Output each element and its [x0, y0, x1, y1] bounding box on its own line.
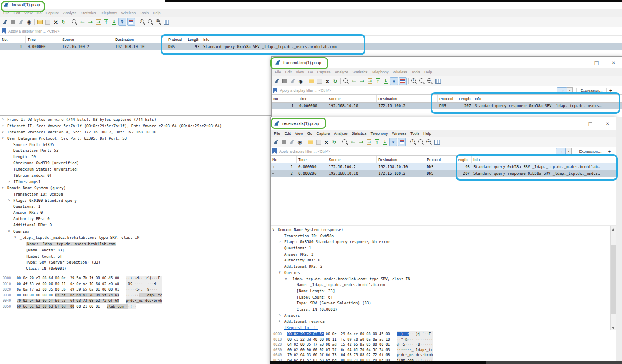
- resize-columns-icon[interactable]: [163, 18, 170, 25]
- zoom-in-icon[interactable]: [410, 138, 417, 146]
- menu-item-telephony[interactable]: Telephony: [98, 11, 119, 15]
- collapse-arrow-icon[interactable]: ∨: [8, 228, 10, 235]
- auto-scroll-icon[interactable]: [390, 77, 398, 85]
- go-to-packet-icon[interactable]: [365, 138, 373, 146]
- filter-input[interactable]: Apply a display filter ... <Ctrl-/>: [8, 29, 60, 33]
- tree-item[interactable]: >Flags: 0x8580 Standard query response, …: [271, 239, 616, 245]
- auto-scroll-icon[interactable]: [118, 18, 126, 26]
- expand-arrow-icon[interactable]: >: [2, 117, 4, 123]
- menu-item-analyze[interactable]: Analyze: [61, 11, 78, 15]
- close-file-icon[interactable]: [324, 78, 331, 85]
- packet-row[interactable]: 10.000000192.168.10.10172.16.100.2DNS207…: [272, 103, 622, 109]
- find-packet-icon[interactable]: [342, 78, 350, 85]
- hex-row[interactable]: 001000 c1 22 dd 40 00 80 11 fc 89 c0 a8 …: [271, 337, 616, 342]
- column-header-length[interactable]: Length: [454, 156, 472, 163]
- menu-item-help[interactable]: Help: [422, 70, 434, 74]
- zoom-original-icon[interactable]: [155, 18, 162, 25]
- zoom-out-icon[interactable]: [418, 138, 425, 146]
- expression-button[interactable]: Expression…: [576, 88, 603, 93]
- hex-row[interactable]: 002064 02 00 35 f7 a3 00 ad 15 42 b5 8a …: [271, 342, 616, 347]
- collapse-arrow-icon[interactable]: ∨: [285, 276, 287, 282]
- menu-item-telephony[interactable]: Telephony: [368, 131, 390, 136]
- column-header-destination[interactable]: Destination: [377, 156, 425, 163]
- menu-item-file[interactable]: File: [272, 131, 282, 136]
- menu-item-edit[interactable]: Edit: [283, 70, 294, 74]
- column-header-info[interactable]: Info: [473, 95, 622, 102]
- apply-filter-button[interactable]: →: [556, 148, 566, 155]
- apply-filter-button[interactable]: →: [557, 87, 567, 94]
- shark-fin-icon[interactable]: [2, 18, 9, 25]
- menu-item-capture[interactable]: Capture: [314, 131, 332, 136]
- close-button[interactable]: ×: [604, 121, 610, 126]
- reload-file-icon[interactable]: [331, 138, 338, 146]
- column-header-source[interactable]: Source: [60, 36, 113, 43]
- go-back-icon[interactable]: [350, 138, 357, 146]
- zoom-in-icon[interactable]: [410, 78, 418, 85]
- column-header-source[interactable]: Source: [327, 156, 377, 163]
- go-to-packet-icon[interactable]: [366, 78, 373, 85]
- menu-item-analyze[interactable]: Analyze: [332, 131, 349, 136]
- capture-options-icon[interactable]: [296, 138, 303, 146]
- shark-fin-icon[interactable]: [272, 138, 280, 146]
- go-forward-icon[interactable]: [358, 138, 365, 146]
- tree-item[interactable]: Class: IN (0x0001): [271, 306, 616, 313]
- menu-item-file[interactable]: File: [1, 11, 12, 15]
- menu-item-telephony[interactable]: Telephony: [369, 70, 390, 74]
- expand-arrow-icon[interactable]: >: [8, 179, 10, 185]
- expand-arrow-icon[interactable]: >: [279, 313, 281, 319]
- go-last-icon[interactable]: [382, 78, 389, 85]
- restart-capture-icon[interactable]: [289, 78, 296, 85]
- hex-row[interactable]: 003000 02 00 00 00 02 05 5f 6c 64 61 70 …: [271, 347, 616, 353]
- open-file-icon[interactable]: [308, 78, 315, 85]
- column-header-source[interactable]: Source: [327, 95, 377, 102]
- colorize-packets-icon[interactable]: [127, 18, 135, 26]
- capture-options-icon[interactable]: [297, 78, 304, 85]
- filter-bookmark-icon[interactable]: [2, 28, 6, 34]
- column-header-no[interactable]: No.: [0, 36, 26, 43]
- close-file-icon[interactable]: [52, 18, 59, 25]
- packet-row[interactable]: 10.000000172.16.100.2192.168.10.10DNS93S…: [0, 43, 622, 50]
- restart-capture-icon[interactable]: [288, 138, 295, 146]
- filter-bookmark-icon[interactable]: [273, 88, 277, 93]
- menu-item-wireless[interactable]: Wireless: [119, 11, 138, 15]
- open-file-icon[interactable]: [36, 18, 43, 25]
- menu-item-go[interactable]: Go: [305, 131, 314, 136]
- reload-file-icon[interactable]: [332, 78, 339, 85]
- column-header-protocol[interactable]: Protocol: [425, 156, 454, 163]
- filter-input[interactable]: Apply a display filter ... <Ctrl-/>: [280, 88, 331, 93]
- menu-item-go[interactable]: Go: [306, 70, 315, 74]
- go-first-icon[interactable]: [374, 78, 381, 85]
- collapse-arrow-icon[interactable]: ∨: [2, 136, 4, 142]
- collapse-arrow-icon[interactable]: ∨: [279, 270, 281, 276]
- tree-item[interactable]: ∨_ldap._tcp.dc._msdcs.brohilab.com: type…: [271, 276, 616, 282]
- go-first-icon[interactable]: [103, 18, 110, 25]
- column-header-protocol[interactable]: Protocol: [438, 95, 457, 102]
- packet-row[interactable]: →10.000000172.16.100.2192.168.10.10DNS93…: [271, 163, 616, 170]
- resize-columns-icon[interactable]: [433, 138, 441, 146]
- open-file-icon[interactable]: [307, 138, 314, 146]
- column-header-info[interactable]: Info: [201, 36, 622, 43]
- menu-item-statistics[interactable]: Statistics: [349, 131, 368, 136]
- menu-item-statistics[interactable]: Statistics: [350, 70, 369, 74]
- add-filter-button[interactable]: +: [606, 88, 615, 93]
- go-back-icon[interactable]: [79, 18, 86, 25]
- menu-item-help[interactable]: Help: [151, 11, 163, 15]
- zoom-out-icon[interactable]: [147, 18, 154, 25]
- menu-item-edit[interactable]: Edit: [12, 11, 23, 15]
- stop-capture-icon[interactable]: [10, 18, 17, 25]
- column-header-no[interactable]: No.: [271, 156, 297, 163]
- filterbar-receive[interactable]: Apply a display filter ... <Ctrl-/> → ▾ …: [271, 147, 616, 156]
- go-last-icon[interactable]: [111, 18, 118, 25]
- colorize-packets-icon[interactable]: [398, 138, 406, 146]
- maximize-button[interactable]: □: [594, 60, 599, 65]
- column-header-length[interactable]: Length: [186, 36, 201, 43]
- expand-arrow-icon[interactable]: >: [2, 123, 4, 129]
- column-header-time[interactable]: Time: [26, 36, 60, 43]
- menu-item-view[interactable]: View: [22, 11, 34, 15]
- filter-bookmark-icon[interactable]: [272, 148, 277, 154]
- menu-item-view[interactable]: View: [293, 131, 305, 136]
- column-header-protocol[interactable]: Protocol: [166, 36, 186, 43]
- column-header-destination[interactable]: Destination: [113, 36, 166, 43]
- save-file-icon[interactable]: [315, 138, 322, 146]
- colorize-packets-icon[interactable]: [399, 77, 407, 85]
